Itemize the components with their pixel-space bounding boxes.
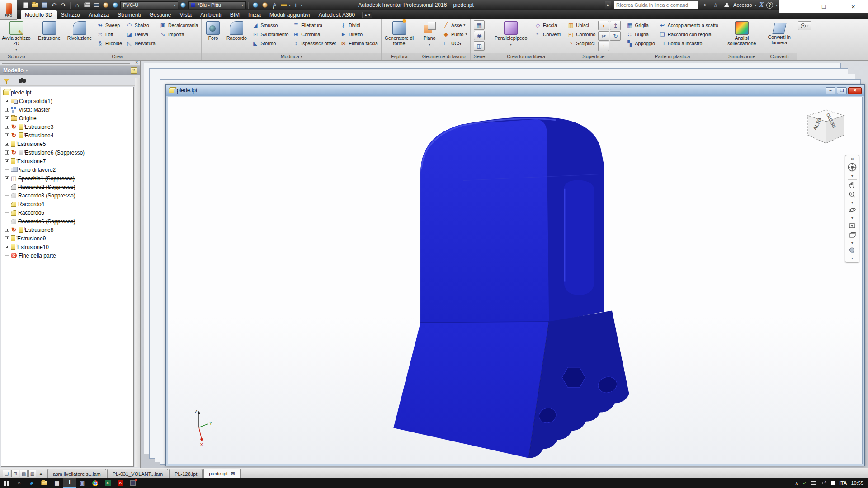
expander-icon[interactable] bbox=[5, 99, 9, 103]
browser-scrollbar[interactable] bbox=[135, 78, 140, 467]
restore-button[interactable]: □ bbox=[809, 0, 838, 13]
decalcomania-button[interactable]: ▣Decalcomania bbox=[158, 21, 200, 29]
ucs-button[interactable]: ∟UCS bbox=[441, 39, 468, 47]
app-dark-button[interactable]: ▣ bbox=[76, 478, 89, 488]
tab-vista[interactable]: Vista bbox=[175, 10, 195, 19]
tree-item-vista-master[interactable]: Vista: Master bbox=[1, 105, 133, 114]
pan-hand-icon[interactable] bbox=[846, 181, 858, 189]
material-browser-button[interactable] bbox=[111, 1, 120, 9]
inventor-logo[interactable]: PRO bbox=[0, 0, 17, 20]
edge-browser-button[interactable]: e bbox=[25, 478, 38, 488]
redo-button[interactable]: ↷ bbox=[59, 1, 68, 9]
accoppiamento-a-scatto-button[interactable]: ↩Accoppiamento a scatto bbox=[658, 21, 720, 29]
replace-face-button[interactable]: ↻ bbox=[610, 31, 621, 41]
filter-funnel-icon[interactable] bbox=[4, 79, 9, 82]
appearance-button[interactable] bbox=[179, 1, 188, 9]
chevron-down-icon[interactable]: ▾ bbox=[755, 3, 757, 7]
expander-icon[interactable] bbox=[5, 228, 9, 232]
converti-in-lamiera-button[interactable]: Converti in lamiera bbox=[764, 20, 795, 53]
piano-button[interactable]: Piano ▾ bbox=[419, 20, 440, 53]
minimize-button[interactable]: – bbox=[779, 0, 809, 13]
save-button[interactable] bbox=[40, 1, 49, 9]
expander-icon[interactable] bbox=[5, 176, 9, 180]
faccia-button[interactable]: ◇Faccia bbox=[533, 21, 562, 29]
speaker-muted-icon[interactable] bbox=[821, 481, 827, 485]
favorites-star-icon[interactable]: ☆ bbox=[712, 1, 720, 9]
action-center-icon[interactable] bbox=[831, 481, 835, 485]
tab-strumenti[interactable]: Strumenti bbox=[113, 10, 145, 19]
dividi-button[interactable]: ∦Dividi bbox=[339, 21, 379, 29]
panel-close-icon[interactable]: × bbox=[135, 60, 138, 65]
user-icon[interactable] bbox=[722, 1, 731, 9]
undo-button[interactable]: ↶ bbox=[49, 1, 58, 9]
expander-icon[interactable] bbox=[5, 236, 9, 240]
expander-icon[interactable] bbox=[5, 150, 9, 155]
tree-item-estrusione7[interactable]: Estrusione7 bbox=[1, 157, 133, 165]
expander-icon[interactable] bbox=[5, 142, 9, 146]
zoom-icon[interactable] bbox=[846, 191, 858, 199]
parameters-fx-button[interactable]: fx bbox=[270, 1, 279, 9]
deriva-button[interactable]: ◪Deriva bbox=[125, 30, 157, 38]
view-face-cube-icon[interactable] bbox=[846, 231, 858, 239]
smusso-button[interactable]: ◢Smusso bbox=[250, 21, 290, 29]
measure-button[interactable] bbox=[279, 1, 288, 9]
tree-item-corpi-solidi[interactable]: Corpi solidi(1) bbox=[1, 97, 133, 105]
chevron-down-icon[interactable]: ▾ bbox=[846, 256, 858, 260]
foro-button[interactable]: Foro bbox=[203, 20, 222, 53]
combina-button[interactable]: ⊞Combina bbox=[291, 30, 337, 38]
estrusione-button[interactable]: Estrusione bbox=[35, 20, 64, 53]
clear-appearance-button[interactable] bbox=[260, 1, 269, 9]
doc-close-button[interactable]: ✕ bbox=[848, 87, 862, 94]
panel-grip[interactable]: × bbox=[0, 61, 140, 66]
open-button[interactable] bbox=[30, 1, 39, 9]
model-3d-piede[interactable] bbox=[168, 97, 862, 464]
browser-header[interactable]: Modello ▾ ? bbox=[0, 66, 140, 75]
scolpisci-button[interactable]: ◔Scolpisci bbox=[566, 39, 597, 47]
close-button[interactable]: × bbox=[839, 0, 868, 13]
material-select[interactable]: PVC-U ▾ bbox=[120, 1, 178, 9]
tab-modello-3d[interactable]: Modello 3D bbox=[21, 10, 57, 19]
bordo-a-incastro-button[interactable]: ⊐Bordo a incastro bbox=[658, 39, 720, 47]
tree-item-raccordo2-soppresso[interactable]: Raccordo2 (Soppresso) bbox=[1, 183, 133, 191]
ribbon-collapse-button[interactable]: ▾ ▾ bbox=[798, 21, 811, 30]
tree-item-estrusione10[interactable]: Estrusione10 bbox=[1, 243, 133, 251]
inventor-taskbar-button[interactable]: I bbox=[63, 478, 76, 488]
tab-schizzo[interactable]: Schizzo bbox=[57, 10, 84, 19]
raccordo-button[interactable]: Raccordo bbox=[224, 20, 249, 53]
tray-chevron-icon[interactable]: ∧ bbox=[795, 480, 798, 486]
browser-help-icon[interactable]: ? bbox=[131, 67, 137, 74]
avvia-schizzo-2d-button[interactable]: Avvia schizzo 2D ▾ bbox=[2, 20, 31, 53]
loft-button[interactable]: ≍Loft bbox=[95, 30, 123, 38]
tree-item-raccordo3-soppresso[interactable]: Raccordo3 (Soppresso) bbox=[1, 191, 133, 200]
ispessisci-offset-button[interactable]: ↕Ispessisci/ offset bbox=[291, 39, 337, 47]
task-view-button[interactable]: ○ bbox=[13, 478, 25, 488]
tab-autodesk-a360[interactable]: Autodesk A360 bbox=[314, 10, 359, 19]
ruled-surface-button[interactable]: ◗ bbox=[598, 21, 609, 30]
tree-item-estrusione9[interactable]: Estrusione9 bbox=[1, 234, 133, 243]
tree-item-fine-della-parte[interactable]: ✕Fine della parte bbox=[1, 251, 133, 260]
serie-rettangolare-button[interactable]: ▦ bbox=[474, 20, 485, 30]
tile-vertical-icon[interactable]: ▥ bbox=[28, 470, 36, 477]
look-at-icon[interactable] bbox=[846, 221, 858, 230]
file-explorer-button[interactable] bbox=[38, 478, 51, 488]
navbar-close-icon[interactable]: ⊗ bbox=[846, 156, 858, 161]
bugna-button[interactable]: ∷Bugna bbox=[625, 30, 656, 38]
tile-windows-icon[interactable]: ⊞ bbox=[11, 470, 19, 477]
doc-tab-pl-031-volant[interactable]: PL-031_VOLANT...iam bbox=[107, 469, 168, 478]
sformo-button[interactable]: ◣Sformo bbox=[250, 39, 290, 47]
doc-minimize-button[interactable]: – bbox=[826, 87, 835, 94]
iproperties-button[interactable] bbox=[101, 1, 110, 9]
expander-icon[interactable] bbox=[5, 159, 9, 163]
tree-item-estrusione3[interactable]: ↻Estrusione3 bbox=[1, 122, 133, 131]
doc-tab-piede-active[interactable]: piede.ipt⊠ bbox=[203, 469, 241, 478]
steering-wheel-icon[interactable] bbox=[846, 162, 858, 172]
chevron-down-icon[interactable]: ▾ bbox=[846, 174, 858, 178]
tree-item-estrusione5[interactable]: Estrusione5 bbox=[1, 140, 133, 148]
raccordo-con-regola-button[interactable]: ❏Raccordo con regola bbox=[658, 30, 720, 38]
expand-tabs-icon[interactable]: ▲ bbox=[37, 470, 45, 477]
tree-item-estrusione8[interactable]: ↻Estrusione8 bbox=[1, 225, 133, 234]
help-search-input[interactable] bbox=[614, 1, 698, 9]
punto-button[interactable]: ◆Punto▾ bbox=[441, 30, 468, 38]
graphics-viewport[interactable]: ALTO RETRO ⊗ ▾ ▾ bbox=[168, 97, 863, 464]
serie-circolare-button[interactable]: ◉ bbox=[474, 31, 485, 40]
